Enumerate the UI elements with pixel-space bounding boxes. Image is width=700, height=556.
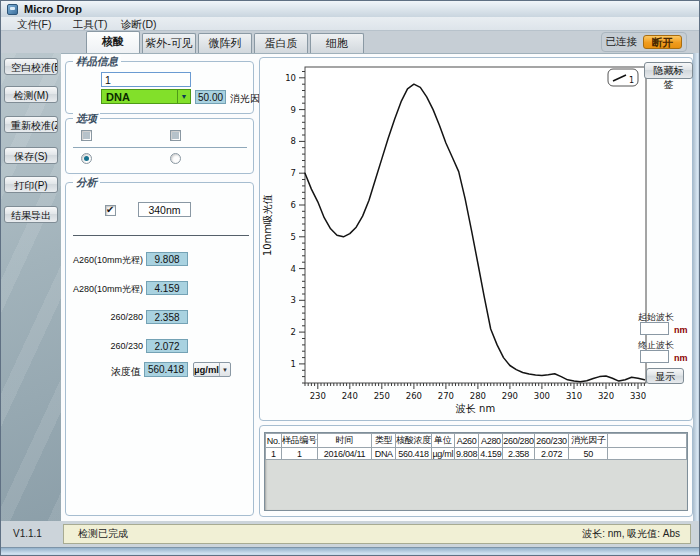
svg-text:330: 330 <box>630 391 646 401</box>
start-nm-unit: nm <box>674 325 688 335</box>
table-cell: 1 <box>266 448 282 460</box>
tab-3[interactable]: 微阵列 <box>198 33 252 53</box>
status-bar: V1.1.1 检测已完成 波长: nm, 吸光值: Abs <box>1 521 699 547</box>
table-header: 时间 <box>317 434 372 448</box>
svg-text:270: 270 <box>438 391 454 401</box>
sidebar-button-3[interactable]: 重新校准(Z) <box>4 116 58 133</box>
table-header-filler <box>608 434 687 448</box>
tab-4[interactable]: 蛋白质 <box>254 33 308 53</box>
table-header: 消光因子 <box>569 434 608 448</box>
analysis-divider <box>73 235 249 236</box>
sample-type-value: DNA <box>102 91 177 103</box>
table-header: 样品编号 <box>281 434 317 448</box>
tab-2[interactable]: 紫外-可见 <box>142 33 196 53</box>
svg-text:250: 250 <box>374 391 390 401</box>
sidebar-button-1[interactable]: 空白校准(B) <box>4 58 58 75</box>
table-cell: 560.418 <box>396 448 432 460</box>
app-icon <box>7 4 18 15</box>
sidebar-button-2[interactable]: 检测(M) <box>4 86 58 103</box>
table-cell: 1 <box>281 448 317 460</box>
results-table[interactable]: No.样品编号时间类型核酸浓度单位A260A280260/280260/230消… <box>264 432 688 511</box>
svg-text:10mm吸光值: 10mm吸光值 <box>262 194 273 256</box>
analysis-row-value: 2.358 <box>146 310 188 324</box>
svg-text:3: 3 <box>291 295 296 305</box>
svg-text:230: 230 <box>310 391 326 401</box>
svg-text:1: 1 <box>291 359 296 369</box>
table-row[interactable]: 112016/04/11DNA560.418µg/ml9.8084.1592.3… <box>266 448 687 460</box>
menu-item-2[interactable]: 工具(T) <box>69 18 111 30</box>
svg-text:240: 240 <box>342 391 358 401</box>
svg-text:7: 7 <box>291 168 296 178</box>
sample-type-dropdown[interactable]: DNA ▼ <box>101 89 191 104</box>
window-bottom-edge <box>1 547 699 556</box>
analysis-title: 分析 <box>73 176 100 188</box>
analysis-row: A280(10mm光程)4.159 <box>65 281 255 296</box>
menu-item-1[interactable]: 文件(F) <box>13 18 55 30</box>
window-title: Micro Drop <box>24 3 82 15</box>
table-header: 260/230 <box>534 434 569 448</box>
chevron-down-icon: ▼ <box>177 90 190 103</box>
unit-value: µg/ml <box>194 364 219 375</box>
table-header: No. <box>266 434 282 448</box>
svg-text:波长 nm: 波长 nm <box>455 403 495 414</box>
sidebar-button-6[interactable]: 结果导出 <box>4 206 58 223</box>
option-radio-1[interactable] <box>81 153 92 164</box>
sidebar-button-5[interactable]: 打印(P) <box>4 176 58 193</box>
svg-text:300: 300 <box>534 391 550 401</box>
table-header: 核酸浓度 <box>396 434 432 448</box>
version-label: V1.1.1 <box>13 528 42 539</box>
unit-dropdown[interactable]: µg/ml ▼ <box>193 362 231 377</box>
svg-text:8: 8 <box>291 136 296 146</box>
concentration-label: 浓度值 <box>99 365 141 379</box>
connection-group: 已连接 断开 <box>601 32 688 52</box>
option-radio-2[interactable] <box>170 153 181 164</box>
tab-5[interactable]: 细胞 <box>310 33 364 53</box>
option-checkbox-2[interactable] <box>170 130 181 141</box>
sidebar-button-4[interactable]: 保存(S) <box>4 147 58 164</box>
status-readout: 波长: nm, 吸光值: Abs <box>582 527 690 541</box>
svg-text:290: 290 <box>502 391 518 401</box>
table-cell: 2016/04/11 <box>317 448 372 460</box>
extinction-factor-value: 50.00 <box>195 90 226 104</box>
status-strip: 检测已完成 波长: nm, 吸光值: Abs <box>63 524 691 544</box>
table-cell: 4.159 <box>479 448 503 460</box>
start-wavelength-input[interactable] <box>640 322 669 335</box>
svg-text:2: 2 <box>291 327 296 337</box>
table-cell: 50 <box>569 448 608 460</box>
title-bar: Micro Drop <box>1 1 699 17</box>
option-checkbox-1[interactable] <box>81 130 92 141</box>
disconnect-button[interactable]: 断开 <box>643 35 682 49</box>
menu-bar: 文件(F)工具(T)诊断(D) <box>1 17 699 31</box>
analysis-wavelength-input[interactable] <box>138 202 191 217</box>
table-cell-filler <box>608 448 687 460</box>
svg-text:320: 320 <box>598 391 614 401</box>
analysis-wavelength-checkbox[interactable] <box>105 205 116 216</box>
table-header: A280 <box>479 434 503 448</box>
table-header: A260 <box>454 434 479 448</box>
spectrum-chart: 1234567891023024025026027028029030031032… <box>259 53 696 421</box>
analysis-row-value: 2.072 <box>146 339 188 353</box>
window-right-edge <box>693 53 700 521</box>
table-cell: µg/ml <box>431 448 454 460</box>
end-wavelength-input[interactable] <box>640 350 669 363</box>
table-cell: 2.072 <box>534 448 569 460</box>
svg-text:310: 310 <box>566 391 582 401</box>
tab-1[interactable]: 核酸 <box>86 31 140 53</box>
show-button[interactable]: 显示 <box>646 368 684 384</box>
table-header: 单位 <box>431 434 454 448</box>
chevron-down-icon: ▼ <box>219 363 230 376</box>
analysis-row-value: 9.808 <box>146 252 188 266</box>
concentration-value: 560.418 <box>144 362 188 377</box>
status-message: 检测已完成 <box>64 527 582 541</box>
table-cell: DNA <box>372 448 396 460</box>
table-cell: 9.808 <box>454 448 479 460</box>
svg-text:9: 9 <box>291 105 296 115</box>
hide-labels-button[interactable]: 隐藏标签 <box>644 62 693 79</box>
table-header: 类型 <box>372 434 396 448</box>
svg-text:260: 260 <box>406 391 422 401</box>
sample-info-group: 样品信息 <box>65 61 254 114</box>
tab-strip: 已连接 断开 核酸紫外-可见微阵列蛋白质细胞 <box>1 31 699 53</box>
menu-item-3[interactable]: 诊断(D) <box>117 18 161 30</box>
svg-text:5: 5 <box>291 232 296 242</box>
sample-id-input[interactable] <box>101 72 191 87</box>
